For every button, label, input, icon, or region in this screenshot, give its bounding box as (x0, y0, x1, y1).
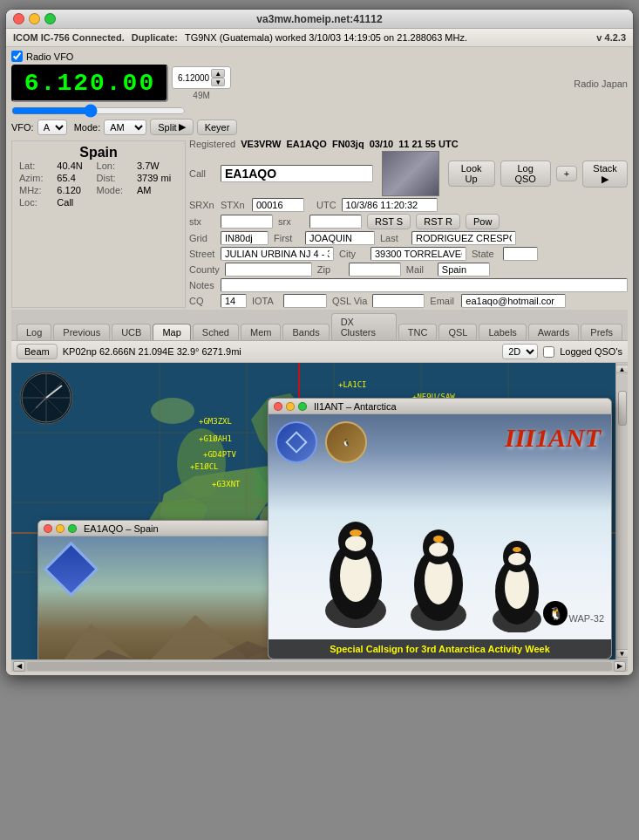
tab-previous[interactable]: Previous (53, 324, 110, 340)
scroll-up-button[interactable]: ▲ (615, 365, 629, 373)
lookup-button[interactable]: Look Up (448, 160, 495, 187)
mhz-value: 6.120 (57, 185, 89, 195)
qsl-spain-maximize[interactable] (68, 524, 77, 533)
scroll-left-button[interactable]: ◀ (13, 661, 25, 672)
notes-input[interactable] (221, 278, 628, 292)
street-row: Street City State (189, 247, 628, 261)
svg-point-69 (350, 529, 362, 536)
vfo-selector[interactable]: AB (37, 120, 67, 135)
tab-bands[interactable]: Bands (282, 324, 329, 340)
split-button[interactable]: Split ▶ (150, 119, 193, 135)
ant-badge-penguin: 🐧 (325, 421, 367, 463)
tab-ucb[interactable]: UCB (112, 324, 151, 340)
registered-value: VE3VRW (241, 139, 281, 149)
scroll-down-button[interactable]: ▼ (615, 649, 629, 658)
beam-button[interactable]: Beam (17, 344, 58, 359)
registered-row: Registered VE3VRW EA1AQO FN03jq 03/10 11… (189, 139, 628, 149)
ant-badge-svg (283, 429, 309, 455)
first-input[interactable] (305, 231, 375, 245)
last-input[interactable] (411, 231, 516, 245)
mode-label: Mode: (74, 122, 101, 133)
srxn-row: SRXn STXn UTC (189, 198, 628, 212)
qsl-spain-minimize[interactable] (56, 524, 65, 533)
scroll-thumb[interactable] (618, 391, 627, 426)
keyer-button[interactable]: Keyer (197, 120, 238, 135)
svg-point-2 (151, 398, 194, 424)
radio-vfo-checkbox[interactable] (11, 51, 23, 62)
view-mode-selector[interactable]: 2D3D (502, 344, 538, 359)
close-button[interactable] (13, 13, 24, 24)
stxn-input[interactable] (252, 198, 304, 212)
email-input[interactable] (461, 294, 566, 308)
freq-spinner: 6.12000 ▲ ▼ 49M (172, 66, 231, 100)
station-info: Spain Lat: 40.4N Lon: 3.7W Azim: 65.4 Di… (11, 140, 186, 308)
stx-input[interactable] (221, 215, 273, 229)
minimize-button[interactable] (29, 13, 40, 24)
mode-selector[interactable]: AMUSBLSBCWFM (104, 120, 146, 135)
county-input[interactable] (225, 263, 312, 277)
tab-map[interactable]: Map (153, 324, 190, 340)
frequency-display[interactable]: 6.120.00 (11, 65, 168, 102)
tab-log[interactable]: Log (17, 324, 51, 340)
freq-slider[interactable] (11, 105, 186, 117)
city-input[interactable] (370, 247, 466, 261)
tab-mem[interactable]: Mem (241, 324, 281, 340)
qsl-antarctica-window: II1ANT – Antarctica 🐧 III1ANT (268, 398, 612, 659)
iota-input[interactable] (283, 294, 327, 308)
tab-labels[interactable]: Labels (479, 324, 526, 340)
callsign-photo (382, 151, 439, 196)
qsl-ant-close[interactable] (274, 402, 282, 411)
street-input[interactable] (221, 247, 334, 261)
tab-qsl[interactable]: QSL (438, 324, 477, 340)
plus-button[interactable]: + (556, 166, 577, 181)
grid-value: FN03jq (332, 139, 364, 149)
spinner-value: 6.12000 (178, 73, 209, 83)
tab-awards[interactable]: Awards (528, 324, 579, 340)
date-value: 03/10 (370, 139, 394, 149)
traffic-lights (13, 13, 56, 24)
ant-badge-diamond (275, 421, 317, 463)
qsl-ant-minimize[interactable] (286, 402, 295, 411)
cq-input[interactable] (221, 294, 247, 308)
qsl-via-input[interactable] (372, 294, 425, 308)
srxn-label: SRXn (189, 200, 215, 210)
duplicate-label: Duplicate: (132, 32, 178, 43)
tab-sched[interactable]: Sched (193, 324, 239, 340)
dist-label: Dist: (97, 173, 130, 183)
logged-qso-checkbox[interactable] (543, 346, 554, 358)
tab-dx-clusters[interactable]: DX Clusters (331, 313, 397, 340)
srx-input[interactable] (309, 215, 362, 229)
lat-value: 40.4N (57, 160, 89, 171)
tab-prefs[interactable]: Prefs (581, 324, 622, 340)
state-input[interactable] (503, 247, 538, 261)
pow-button[interactable]: Pow (466, 214, 500, 229)
callsign-input[interactable] (221, 165, 373, 182)
svg-text:+GM3ZXL: +GM3ZXL (199, 417, 232, 426)
tab-tnc[interactable]: TNC (398, 324, 438, 340)
beam-value: KP02np 62.666N 21.094E 32.9° 6271.9mi (63, 346, 241, 357)
freq-up-button[interactable]: ▲ (211, 69, 225, 78)
grid-input[interactable] (221, 231, 269, 245)
qsl-via-label: QSL Via (332, 296, 367, 306)
maximize-button[interactable] (44, 13, 56, 24)
notes-label: Notes (189, 280, 215, 290)
mhz-label: MHz: (19, 185, 50, 195)
freq-down-button[interactable]: ▼ (211, 78, 225, 86)
split-arrow-icon: ▶ (179, 121, 186, 133)
stack-button[interactable]: Stack ▶ (582, 160, 628, 188)
scroll-track-h[interactable] (27, 662, 612, 671)
qso-form: Registered VE3VRW EA1AQO FN03jq 03/10 11… (189, 139, 628, 310)
qsl-ant-callsign: III1ANT (505, 423, 601, 453)
zip-input[interactable] (349, 263, 401, 277)
scroll-right-button[interactable]: ▶ (614, 661, 626, 672)
svg-text:+G1ØAH1: +G1ØAH1 (199, 434, 232, 443)
zip-label: Zip (317, 264, 343, 275)
log-qso-button[interactable]: Log QSO (500, 160, 551, 187)
utc-input[interactable] (342, 198, 438, 212)
country-name: Spain (19, 145, 178, 160)
rst-s-button[interactable]: RST S (367, 214, 411, 229)
rst-r-button[interactable]: RST R (416, 214, 460, 229)
mail-input[interactable] (438, 263, 490, 277)
qsl-ant-maximize[interactable] (298, 402, 307, 411)
qsl-spain-close[interactable] (44, 524, 52, 533)
